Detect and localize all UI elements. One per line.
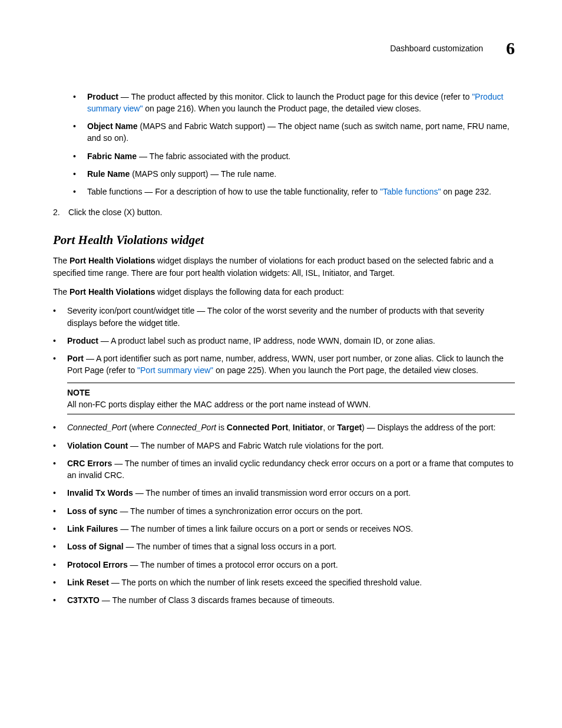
list-item: Violation Count — The number of MAPS and… <box>53 440 515 452</box>
section-heading: Port Health Violations widget <box>53 231 515 249</box>
list-item: Product — A product label such as produc… <box>53 335 515 347</box>
text: (MAPS only support) — The rule name. <box>130 169 276 179</box>
term: CRC Errors <box>67 459 112 468</box>
term: Fabric Name <box>87 151 137 161</box>
term: Connected_Port <box>67 423 127 432</box>
list-item: Severity icon/port count/widget title — … <box>53 305 515 329</box>
list-item: Loss of sync — The number of times a syn… <box>53 505 515 517</box>
list-item: Connected_Port (where Connected_Port is … <box>53 421 515 433</box>
text: — A product label such as product name, … <box>98 336 435 345</box>
term: Protocol Errors <box>67 560 128 569</box>
term: C3TXTO <box>67 595 100 605</box>
term: Invalid Tx Words <box>67 488 133 498</box>
text: — The number of times a protocol error o… <box>128 560 338 569</box>
text: on page 216). When you launch the Produc… <box>143 104 421 113</box>
list-item: Port — A port identifier such as port na… <box>53 353 515 414</box>
term: Port <box>67 354 84 363</box>
text: Table functions — For a description of h… <box>87 187 380 196</box>
list-item: CRC Errors — The number of times an inva… <box>53 457 515 482</box>
list-item: Link Failures — The number of times a li… <box>53 523 515 535</box>
term: Loss of sync <box>67 506 118 516</box>
text: — The number of times an invalid transmi… <box>133 488 411 498</box>
main-bullet-list: Severity icon/port count/widget title — … <box>53 305 515 606</box>
list-item: Invalid Tx Words — The number of times a… <box>53 487 515 499</box>
text: — The number of Class 3 discards frames … <box>100 595 335 605</box>
page-header: Dashboard customization 6 <box>47 35 515 61</box>
text: — The ports on which the number of link … <box>109 578 422 587</box>
note-text: All non-FC ports display either the MAC … <box>67 398 515 410</box>
list-item: Product — The product affected by this m… <box>73 91 515 115</box>
term: Object Name <box>87 121 138 131</box>
note-title: NOTE <box>67 387 515 398</box>
ordered-step-list: Click the close (X) button. <box>53 206 515 218</box>
text: — The product affected by this monitor. … <box>118 92 472 101</box>
intro-paragraph-1: The Port Health Violations widget displa… <box>53 255 515 279</box>
text: — The number of times that a signal loss… <box>124 542 337 551</box>
intro-paragraph-2: The Port Health Violations widget displa… <box>53 286 515 298</box>
term: Product <box>67 336 98 345</box>
list-item: Loss of Signal — The number of times tha… <box>53 541 515 552</box>
text: — The number of times an invalid cyclic … <box>67 459 514 480</box>
term: Rule Name <box>87 169 130 179</box>
text: Severity icon/port count/widget title — … <box>67 306 484 327</box>
step-2: Click the close (X) button. <box>53 206 515 218</box>
list-item: Fabric Name — The fabric associated with… <box>73 150 515 162</box>
list-item: Protocol Errors — The number of times a … <box>53 559 515 571</box>
term: Loss of Signal <box>67 542 124 551</box>
text: — The number of times a synchronization … <box>118 506 363 516</box>
list-item: Table functions — For a description of h… <box>73 186 515 197</box>
header-title: Dashboard customization <box>390 42 483 54</box>
table-functions-link[interactable]: "Table functions" <box>380 187 441 196</box>
term: Product <box>87 92 118 101</box>
continued-bullet-list: Product — The product affected by this m… <box>73 91 515 198</box>
step-text: Click the close (X) button. <box>68 207 163 217</box>
list-item: Object Name (MAPS and Fabric Watch suppo… <box>73 120 515 144</box>
text: — The number of times a link failure occ… <box>118 524 413 533</box>
text: — The fabric associated with the product… <box>137 151 290 161</box>
chapter-number: 6 <box>506 35 515 61</box>
text: on page 232. <box>441 187 491 196</box>
term: Link Failures <box>67 524 118 533</box>
list-item: C3TXTO — The number of Class 3 discards … <box>53 594 515 606</box>
term: Violation Count <box>67 441 128 450</box>
text: on page 225). When you launch the Port p… <box>213 365 478 375</box>
text: — The number of MAPS and Fabric Watch ru… <box>128 441 384 450</box>
port-summary-link[interactable]: "Port summary view" <box>137 365 213 375</box>
list-item: Link Reset — The ports on which the numb… <box>53 577 515 588</box>
term: Link Reset <box>67 578 109 587</box>
note-block: NOTE All non-FC ports display either the… <box>67 383 515 415</box>
list-item: Rule Name (MAPS only support) — The rule… <box>73 168 515 180</box>
text: (MAPS and Fabric Watch support) — The ob… <box>87 121 510 143</box>
